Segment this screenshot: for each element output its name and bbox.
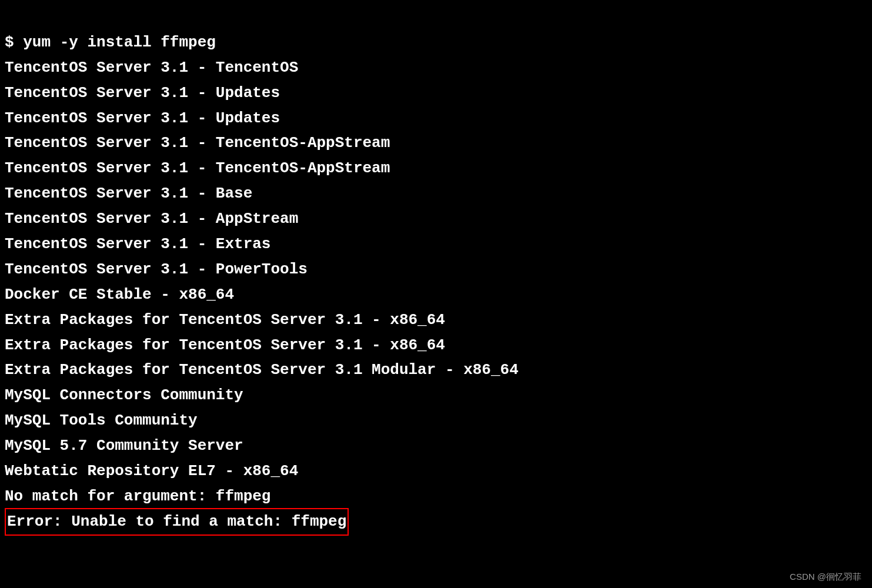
output-line: MySQL Connectors Community — [5, 383, 867, 408]
no-match-line: No match for argument: ffmpeg — [5, 484, 867, 509]
no-match-prefix: No match for argument: — [5, 487, 216, 505]
output-line: Extra Packages for TencentOS Server 3.1 … — [5, 333, 867, 358]
output-line: TencentOS Server 3.1 - Updates — [5, 106, 867, 131]
output-line: TencentOS Server 3.1 - PowerTools — [5, 257, 867, 282]
output-line: MySQL 5.7 Community Server — [5, 433, 867, 459]
output-line: Webtatic Repository EL7 - x86_64 — [5, 459, 867, 484]
output-line: TencentOS Server 3.1 - Updates — [5, 81, 867, 106]
output-line: Extra Packages for TencentOS Server 3.1 … — [5, 308, 867, 333]
error-line: Error: Unable to find a match: ffmpeg — [7, 513, 346, 530]
output-line: TencentOS Server 3.1 - Base — [5, 181, 867, 206]
output-line: Extra Packages for TencentOS Server 3.1 … — [5, 358, 867, 383]
terminal-window[interactable]: $ yum -y install ffmpegTencentOS Server … — [5, 5, 867, 536]
error-highlight-box: Error: Unable to find a match: ffmpeg — [5, 508, 349, 536]
shell-prompt: $ — [5, 34, 14, 51]
output-line: TencentOS Server 3.1 - TencentOS-AppStre… — [5, 131, 867, 156]
command-text: yum -y install ffmpeg — [23, 34, 216, 51]
output-line: TencentOS Server 3.1 - TencentOS-AppStre… — [5, 156, 867, 181]
no-match-arg: ffmpeg — [216, 487, 271, 505]
output-line: TencentOS Server 3.1 - TencentOS — [5, 55, 867, 81]
command-line: $ yum -y install ffmpeg — [5, 30, 867, 55]
output-line: Docker CE Stable - x86_64 — [5, 282, 867, 308]
output-line: TencentOS Server 3.1 - Extras — [5, 232, 867, 257]
output-line: MySQL Tools Community — [5, 408, 867, 433]
watermark-text: CSDN @徊忆羽菲 — [790, 570, 861, 584]
output-line: TencentOS Server 3.1 - AppStream — [5, 206, 867, 232]
